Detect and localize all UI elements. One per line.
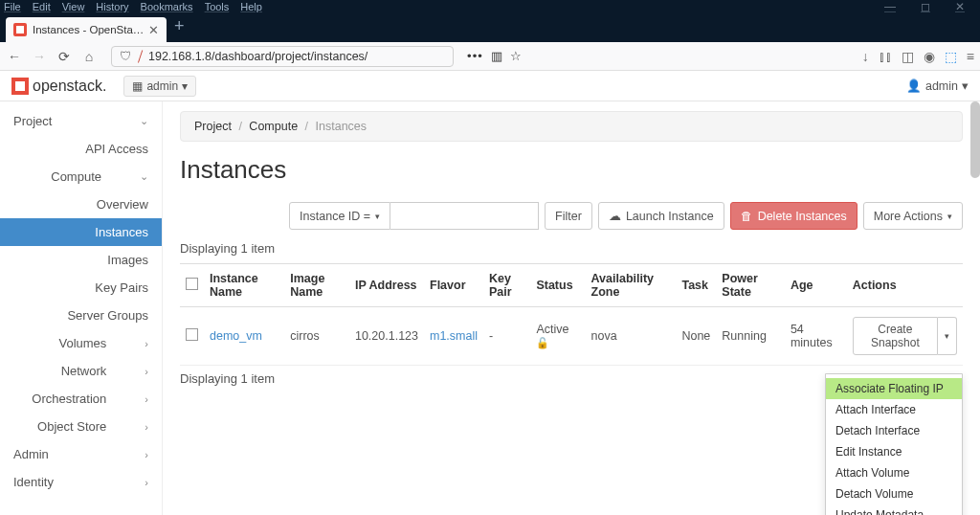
chevron-right-icon: ›	[145, 449, 148, 460]
flavor-link[interactable]: m1.small	[430, 329, 478, 343]
col-task[interactable]: Task	[676, 264, 716, 307]
chevron-right-icon: ›	[145, 338, 148, 349]
instances-table: Instance Name Image Name IP Address Flav…	[180, 263, 963, 366]
sidebar-item-object-store[interactable]: Object Store›	[0, 413, 162, 440]
domain-label: admin	[146, 79, 178, 93]
window-minimize-icon[interactable]: —	[884, 0, 896, 13]
dropdown-attach-volume[interactable]: Attach Volume	[826, 462, 962, 483]
caret-down-icon: ▾	[375, 212, 380, 221]
cloud-upload-icon: ☁	[609, 209, 621, 223]
dropdown-update-metadata[interactable]: Update Metadata	[826, 504, 962, 515]
menu-file[interactable]: File	[4, 1, 21, 12]
create-snapshot-button[interactable]: Create Snapshot	[853, 317, 938, 355]
col-image-name[interactable]: Image Name	[284, 264, 349, 307]
cell-az: nova	[586, 307, 677, 366]
user-menu[interactable]: 👤 admin ▾	[906, 78, 969, 93]
col-ip[interactable]: IP Address	[349, 264, 424, 307]
col-status[interactable]: Status	[530, 264, 585, 307]
forward-button: →	[31, 49, 48, 64]
domain-icon: ▦	[132, 79, 143, 93]
home-button[interactable]: ⌂	[80, 49, 98, 64]
shield-icon: 🛡	[120, 50, 132, 63]
menu-view[interactable]: View	[62, 1, 85, 12]
row-actions-dropdown-toggle[interactable]: ▾	[938, 317, 957, 355]
cell-status: Active 🔓	[530, 307, 585, 366]
bookmark-star-icon[interactable]: ☆	[510, 49, 522, 63]
cell-actions: Create Snapshot ▾	[847, 307, 963, 366]
cell-image: cirros	[284, 307, 349, 366]
dropdown-detach-volume[interactable]: Detach Volume	[826, 483, 962, 504]
sidebar-item-orchestration[interactable]: Orchestration›	[0, 385, 162, 413]
brand-logo[interactable]: openstack.	[11, 78, 106, 95]
dropdown-edit-instance[interactable]: Edit Instance	[826, 441, 962, 462]
sidebar-item-overview[interactable]: Overview	[0, 190, 162, 218]
url-bar[interactable]: 🛡 ⧸ 192.168.1.8/dashboard/project/instan…	[111, 46, 454, 67]
reader-icon[interactable]: ▥	[491, 49, 502, 63]
openstack-logo-icon	[11, 78, 29, 95]
hamburger-menu-icon[interactable]: ≡	[967, 49, 974, 64]
breadcrumb-compute[interactable]: Compute	[249, 120, 298, 133]
url-text: 192.168.1.8/dashboard/project/instances/	[148, 50, 368, 63]
downloads-icon[interactable]: ↓	[862, 49, 869, 64]
dropdown-associate-floating-ip[interactable]: Associate Floating IP	[826, 378, 962, 399]
account-icon[interactable]: ◉	[924, 49, 935, 64]
col-keypair[interactable]: Key Pair	[483, 264, 530, 307]
menu-help[interactable]: Help	[240, 1, 262, 12]
sidebar-item-images[interactable]: Images	[0, 246, 162, 274]
content-area: Project / Compute / Instances Instances …	[163, 101, 980, 515]
more-actions-button[interactable]: More Actions▾	[863, 202, 963, 230]
chevron-down-icon: ⌄	[140, 115, 148, 127]
sidebar-item-network[interactable]: Network›	[0, 357, 162, 385]
menu-edit[interactable]: Edit	[33, 1, 51, 12]
scrollbar[interactable]	[970, 101, 980, 178]
sidebar-item-compute[interactable]: Compute⌄	[0, 163, 162, 190]
domain-selector[interactable]: ▦ admin ▾	[123, 76, 196, 97]
menu-tools[interactable]: Tools	[205, 1, 230, 12]
launch-instance-button[interactable]: ☁Launch Instance	[598, 202, 724, 230]
chevron-right-icon: ›	[145, 421, 148, 433]
library-icon[interactable]: ⫿⫿	[879, 49, 892, 64]
browser-tabbar: Instances - OpenStack Dashbo... ✕ +	[0, 13, 980, 42]
back-button[interactable]: ←	[6, 49, 23, 64]
cell-age: 54 minutes	[785, 307, 847, 366]
col-age[interactable]: Age	[785, 264, 847, 307]
sidebar-item-instances[interactable]: Instances	[0, 218, 162, 246]
delete-instances-button[interactable]: 🗑Delete Instances	[730, 202, 858, 230]
sidebar-item-volumes[interactable]: Volumes›	[0, 329, 162, 357]
instance-name-link[interactable]: demo_vm	[210, 329, 262, 343]
dropdown-detach-interface[interactable]: Detach Interface	[826, 420, 962, 441]
sidebar-item-server-groups[interactable]: Server Groups	[0, 302, 162, 329]
col-flavor[interactable]: Flavor	[424, 264, 483, 307]
filter-field-select[interactable]: Instance ID =▾	[289, 202, 390, 230]
col-power[interactable]: Power State	[716, 264, 785, 307]
browser-navbar: ← → ⟳ ⌂ 🛡 ⧸ 192.168.1.8/dashboard/projec…	[0, 42, 980, 71]
sidebar-icon[interactable]: ◫	[902, 49, 914, 64]
col-instance-name[interactable]: Instance Name	[204, 264, 284, 307]
toolbar: Instance ID =▾ Filter ☁Launch Instance 🗑…	[180, 202, 963, 230]
menu-history[interactable]: History	[96, 1, 128, 12]
sidebar-item-identity[interactable]: Identity›	[0, 468, 162, 496]
page-actions-icon[interactable]: •••	[467, 49, 483, 63]
sidebar-item-api-access[interactable]: API Access	[0, 135, 162, 163]
browser-tab[interactable]: Instances - OpenStack Dashbo... ✕	[6, 17, 167, 42]
col-az[interactable]: Availability Zone	[586, 264, 677, 307]
row-checkbox[interactable]	[186, 328, 198, 341]
extension-icon[interactable]: ⬚	[945, 49, 957, 64]
insecure-icon: ⧸	[138, 49, 143, 64]
cell-power: Running	[716, 307, 785, 366]
filter-input[interactable]	[390, 202, 539, 230]
sidebar-item-project[interactable]: Project⌄	[0, 107, 162, 135]
sidebar-item-key-pairs[interactable]: Key Pairs	[0, 274, 162, 302]
row-actions-dropdown: Associate Floating IP Attach Interface D…	[825, 373, 963, 515]
new-tab-button[interactable]: +	[174, 16, 185, 36]
window-maximize-icon[interactable]: ◻	[921, 0, 930, 13]
breadcrumb-project[interactable]: Project	[194, 120, 232, 133]
reload-button[interactable]: ⟳	[56, 49, 73, 64]
dropdown-attach-interface[interactable]: Attach Interface	[826, 399, 962, 420]
tab-close-icon[interactable]: ✕	[148, 23, 159, 37]
menu-bookmarks[interactable]: Bookmarks	[141, 1, 193, 12]
filter-button[interactable]: Filter	[545, 202, 592, 230]
window-close-icon[interactable]: ✕	[955, 0, 965, 13]
select-all-checkbox[interactable]	[186, 278, 198, 290]
sidebar-item-admin[interactable]: Admin›	[0, 440, 162, 468]
